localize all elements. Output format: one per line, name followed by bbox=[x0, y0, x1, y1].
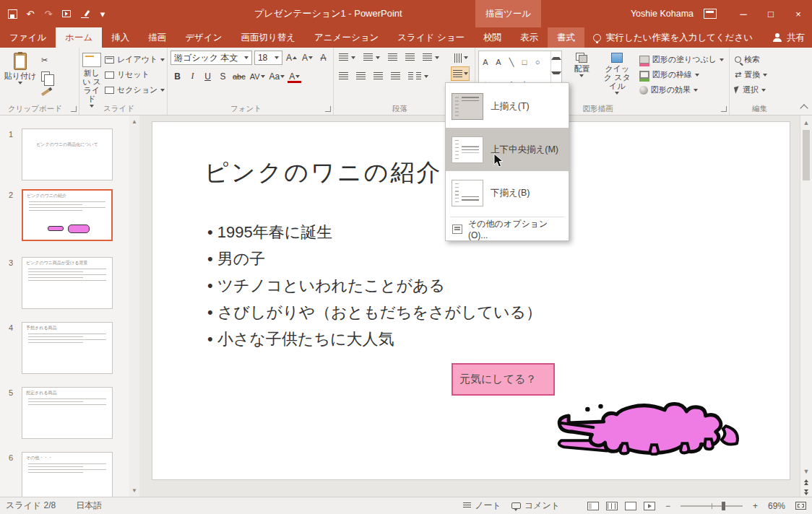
shape-outline-button[interactable]: 図形の枠線 bbox=[637, 68, 726, 82]
font-color-button[interactable]: A bbox=[288, 69, 301, 83]
fit-slide-to-window-button[interactable] bbox=[795, 502, 806, 510]
align-center-button[interactable] bbox=[354, 69, 368, 83]
tab-insert[interactable]: 挿入 bbox=[102, 27, 139, 48]
align-text-button[interactable] bbox=[451, 66, 470, 81]
arrange-button[interactable]: 配置 bbox=[566, 51, 597, 77]
thumbnail-slide-5[interactable]: 想定される商品 bbox=[22, 387, 113, 439]
thumbnail-slide-6[interactable]: その他・・・ bbox=[22, 452, 113, 497]
tab-review[interactable]: 校閲 bbox=[474, 27, 511, 48]
shape-fill-button[interactable]: 図形の塗りつぶし bbox=[637, 53, 726, 66]
menu-item-more-options[interactable]: その他のオプション(O)... bbox=[446, 219, 569, 239]
layout-button[interactable]: レイアウト bbox=[103, 53, 167, 66]
paste-button[interactable]: 貼り付け bbox=[3, 51, 38, 84]
text-shadow-button[interactable]: S bbox=[216, 69, 230, 83]
share-button[interactable]: 共有 bbox=[761, 27, 812, 48]
underline-button[interactable]: U bbox=[201, 69, 215, 83]
previous-slide-button[interactable] bbox=[804, 479, 808, 485]
replace-button[interactable]: ⇄置換 bbox=[733, 68, 795, 82]
shape-effects-button[interactable]: 図形の効果 bbox=[637, 83, 726, 97]
shape-line-icon[interactable]: ╲ bbox=[505, 51, 518, 73]
panel-scroll-up-icon[interactable]: ▲ bbox=[131, 118, 137, 125]
shrink-font-button[interactable]: A bbox=[301, 51, 314, 65]
select-button[interactable]: 選択 bbox=[733, 83, 795, 97]
menu-item-align-top[interactable]: 上揃え(T) bbox=[446, 84, 569, 128]
redo-icon[interactable]: ↷ bbox=[40, 5, 56, 22]
scroll-down-icon[interactable]: ▼ bbox=[803, 468, 810, 475]
text-direction-button[interactable] bbox=[451, 51, 470, 65]
pink-crocodile-image[interactable] bbox=[556, 382, 745, 456]
shape-rectangle-icon[interactable]: □ bbox=[518, 51, 531, 73]
undo-icon[interactable]: ↶ bbox=[22, 5, 38, 22]
next-slide-button[interactable] bbox=[804, 489, 808, 495]
reading-view-button[interactable] bbox=[625, 502, 636, 510]
zoom-slider-thumb[interactable] bbox=[722, 502, 725, 510]
reset-button[interactable]: リセット bbox=[103, 68, 167, 82]
thumbnail-slide-4[interactable]: 予想される商品 bbox=[22, 322, 113, 374]
slide-sorter-view-button[interactable] bbox=[606, 502, 618, 510]
shape-oval-icon[interactable]: ○ bbox=[531, 51, 544, 73]
language-indicator[interactable]: 日本語 bbox=[76, 500, 102, 512]
zoom-slider[interactable] bbox=[681, 505, 743, 507]
menu-item-align-bottom[interactable]: 下揃え(B) bbox=[446, 171, 569, 214]
font-name-combo[interactable]: 游ゴシック 本文 bbox=[170, 51, 252, 65]
maximize-button[interactable]: □ bbox=[757, 0, 785, 27]
align-left-button[interactable] bbox=[337, 69, 350, 83]
bold-button[interactable]: B bbox=[170, 69, 184, 83]
format-painter-button[interactable] bbox=[39, 85, 52, 99]
shape-textbox-icon[interactable]: A bbox=[479, 51, 492, 73]
tab-format[interactable]: 書式 bbox=[548, 27, 584, 48]
character-spacing-button[interactable]: AV bbox=[249, 69, 267, 83]
bullet-item[interactable]: ツチノコといわれたことがある bbox=[207, 272, 542, 299]
bullet-item[interactable]: さびしがりや（おともだちをさがしている） bbox=[207, 299, 542, 326]
thumbnail-slide-2-selected[interactable]: ピンクのワニの紹介 bbox=[22, 189, 113, 241]
clear-formatting-button[interactable]: A bbox=[316, 51, 330, 65]
italic-button[interactable]: I bbox=[186, 69, 199, 83]
normal-view-button[interactable] bbox=[587, 502, 599, 510]
thumbnail-slide-1[interactable]: ピンクのワニの商品化について bbox=[22, 128, 113, 180]
bullets-button[interactable] bbox=[337, 51, 358, 64]
tab-view[interactable]: 表示 bbox=[511, 27, 548, 48]
collapse-ribbon-icon[interactable] bbox=[800, 104, 808, 112]
scroll-up-icon[interactable]: ▲ bbox=[800, 119, 812, 126]
zoom-in-button[interactable]: + bbox=[753, 501, 758, 511]
font-size-combo[interactable]: 18 bbox=[254, 51, 282, 65]
minimize-button[interactable]: ─ bbox=[730, 0, 757, 27]
slideshow-view-button[interactable] bbox=[644, 502, 655, 510]
tab-draw[interactable]: 描画 bbox=[139, 27, 176, 48]
decrease-indent-button[interactable] bbox=[386, 51, 399, 64]
align-right-button[interactable] bbox=[371, 69, 385, 83]
cut-button[interactable]: ✂ bbox=[39, 53, 52, 67]
save-icon[interactable] bbox=[4, 5, 20, 22]
zoom-out-button[interactable]: − bbox=[665, 501, 670, 511]
find-button[interactable]: 検索 bbox=[733, 53, 795, 66]
panel-scroll-down-icon[interactable]: ▼ bbox=[131, 487, 137, 494]
line-spacing-button[interactable] bbox=[420, 51, 441, 64]
vertical-scrollbar[interactable]: ▲ ▼ bbox=[800, 116, 812, 497]
grow-font-button[interactable]: A bbox=[285, 51, 298, 65]
strikethrough-button[interactable]: abc bbox=[231, 69, 247, 83]
scrollbar-thumb[interactable] bbox=[803, 130, 810, 180]
tab-home[interactable]: ホーム bbox=[56, 27, 102, 48]
comments-button[interactable]: コメント bbox=[511, 500, 560, 512]
drawing-dialog-launcher-icon[interactable] bbox=[721, 106, 727, 112]
slide-indicator[interactable]: スライド 2/8 bbox=[6, 500, 56, 512]
tab-slideshow[interactable]: スライド ショー bbox=[388, 27, 474, 48]
justify-button[interactable] bbox=[389, 69, 402, 83]
copy-button[interactable] bbox=[39, 69, 52, 83]
increase-indent-button[interactable] bbox=[403, 51, 417, 64]
tab-design[interactable]: デザイン bbox=[176, 27, 231, 48]
touch-mode-icon[interactable] bbox=[77, 5, 92, 22]
menu-item-align-middle[interactable]: 上下中央揃え(M) bbox=[446, 128, 569, 171]
shape-vertical-textbox-icon[interactable]: A bbox=[492, 51, 505, 73]
close-button[interactable]: × bbox=[785, 0, 812, 27]
section-button[interactable]: セクション bbox=[103, 83, 167, 97]
start-slideshow-icon[interactable] bbox=[59, 5, 74, 22]
tell-me-box[interactable]: 実行したい作業を入力してください bbox=[584, 27, 761, 48]
quick-styles-button[interactable]: クイック スタイル bbox=[602, 51, 633, 95]
columns-button[interactable] bbox=[406, 69, 431, 83]
pink-callout-textbox[interactable]: 元気にしてる？ bbox=[452, 363, 555, 396]
panel-scrollbar[interactable]: ▲ ▼ bbox=[129, 116, 139, 497]
tab-file[interactable]: ファイル bbox=[0, 27, 56, 48]
change-case-button[interactable]: Aa bbox=[268, 69, 287, 83]
font-dialog-launcher-icon[interactable] bbox=[325, 106, 331, 112]
